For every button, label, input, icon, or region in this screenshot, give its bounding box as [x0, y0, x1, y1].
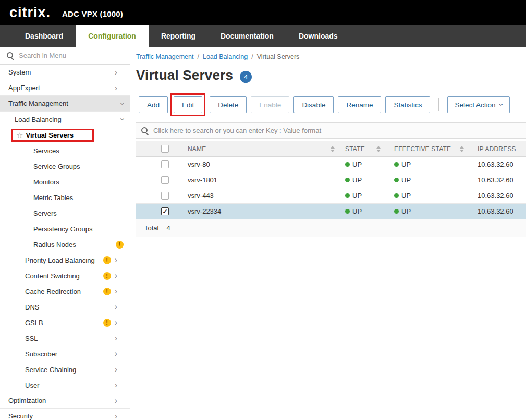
star-icon: ☆: [16, 131, 23, 139]
sidebar-item-service-groups[interactable]: Service Groups: [0, 158, 130, 174]
warning-icon: !: [116, 241, 124, 249]
table-row[interactable]: vsrv-443UPUP10.63.32.60: [136, 188, 526, 204]
chevron-right-icon: ›: [115, 412, 124, 420]
sidebar-item-label: Priority Load Balancing: [25, 256, 95, 264]
sort-icon: [460, 146, 464, 152]
select-action-dropdown[interactable]: Select Action›: [447, 96, 510, 113]
column-header-state[interactable]: STATE: [342, 141, 388, 157]
tab-reporting[interactable]: Reporting: [149, 25, 208, 47]
toolbar: AddEditDeleteEnableDisableRenameStatisti…: [136, 93, 526, 116]
item-inner: Optimization: [8, 397, 46, 404]
app-root: citrix. ADC VPX (1000) DashboardConfigur…: [0, 0, 526, 420]
chevron-right-icon: ›: [115, 287, 124, 295]
edit-button[interactable]: Edit: [174, 96, 202, 113]
item-indicators: ›: [115, 381, 130, 389]
sidebar-item-cache-redirection[interactable]: Cache Redirection!›: [0, 283, 130, 299]
item-inner: Services: [33, 147, 59, 155]
breadcrumb-traffic-management[interactable]: Traffic Management: [136, 53, 193, 60]
tab-configuration[interactable]: Configuration: [76, 25, 149, 47]
delete-button[interactable]: Delete: [210, 96, 247, 113]
row-checkbox[interactable]: [161, 192, 169, 200]
sidebar-item-gslb[interactable]: GSLB!›: [0, 315, 130, 330]
sidebar-item-monitors[interactable]: Monitors: [0, 174, 130, 190]
sidebar-item-services[interactable]: Services: [0, 143, 130, 158]
sidebar-item-subscriber[interactable]: Subscriber›: [0, 346, 130, 362]
row-checkbox[interactable]: [161, 207, 169, 215]
item-indicators: !›: [103, 271, 130, 280]
chevron-right-icon: ›: [115, 84, 124, 92]
sidebar-item-label: Virtual Servers: [26, 131, 74, 139]
chevron-right-icon: ›: [115, 334, 124, 342]
item-inner: Security: [8, 412, 33, 420]
sidebar-item-dns[interactable]: DNS›: [0, 299, 130, 315]
row-checkbox[interactable]: [161, 160, 169, 168]
column-header-name[interactable]: NAME: [186, 141, 342, 157]
layout: Search in Menu System›AppExpert›Traffic …: [0, 47, 526, 420]
sidebar-item-label: Servers: [33, 209, 57, 217]
breadcrumb-separator: /: [251, 53, 253, 60]
rename-button[interactable]: Rename: [338, 96, 381, 113]
status-up-dot: [394, 193, 399, 198]
sidebar-item-security[interactable]: Security›: [0, 409, 130, 420]
item-inner: Cache Redirection: [25, 288, 81, 295]
sidebar-item-content-switching[interactable]: Content Switching!›: [0, 268, 130, 283]
sidebar-item-optimization[interactable]: Optimization›: [0, 393, 130, 409]
sidebar-item-label: Monitors: [33, 178, 59, 186]
tab-downloads[interactable]: Downloads: [286, 25, 350, 47]
table-row[interactable]: vsrv-80UPUP10.63.32.60: [136, 157, 526, 172]
row-checkbox-cell: [136, 204, 186, 219]
disable-button[interactable]: Disable: [293, 96, 334, 113]
sidebar-item-radius-nodes[interactable]: Radius Nodes!: [0, 237, 130, 252]
status-up-dot: [345, 209, 350, 214]
effective-state-text: UP: [401, 160, 411, 168]
statistics-button[interactable]: Statistics: [385, 96, 430, 113]
total-label: Total: [144, 224, 158, 232]
total-value: 4: [166, 224, 170, 232]
sidebar-item-priority-load-balancing[interactable]: Priority Load Balancing!›: [0, 252, 130, 268]
table-search-input[interactable]: Click here to search or you can enter Ke…: [136, 122, 526, 139]
red-annotation-box: ☆Virtual Servers: [11, 129, 94, 142]
column-header-effective-state[interactable]: EFFECTIVE STATE: [388, 141, 471, 157]
column-header-ip-address[interactable]: IP ADDRESS: [471, 141, 526, 157]
sidebar-item-appexpert[interactable]: AppExpert›: [0, 80, 130, 96]
sidebar-item-metric-tables[interactable]: Metric Tables: [0, 190, 130, 205]
sidebar-item-service-chaining[interactable]: Service Chaining›: [0, 362, 130, 377]
item-inner: Load Balancing: [15, 116, 62, 123]
status-up-dot: [394, 162, 399, 167]
sidebar-item-ssl[interactable]: SSL›: [0, 330, 130, 346]
chevron-down-icon: ›: [118, 102, 126, 105]
effective-state-cell: UP: [388, 188, 471, 204]
tab-dashboard[interactable]: Dashboard: [13, 25, 76, 47]
row-checkbox-cell: [136, 172, 186, 188]
sidebar-item-virtual-servers[interactable]: ☆Virtual Servers: [0, 127, 130, 143]
item-indicators: !: [116, 241, 130, 249]
row-checkbox[interactable]: [161, 176, 169, 184]
sidebar-item-label: Load Balancing: [15, 116, 62, 123]
chevron-right-icon: ›: [115, 350, 124, 358]
state-cell: UP: [342, 204, 388, 219]
sidebar-item-load-balancing[interactable]: Load Balancing›: [0, 112, 130, 127]
sidebar-item-servers[interactable]: Servers: [0, 205, 130, 221]
row-name: vsrv-22334: [188, 207, 221, 215]
sidebar-item-system[interactable]: System›: [0, 65, 130, 80]
warning-icon: !: [103, 319, 111, 327]
sidebar: Search in Menu System›AppExpert›Traffic …: [0, 47, 130, 420]
app-title: ADC VPX (1000): [62, 9, 123, 18]
sidebar-item-user[interactable]: User›: [0, 377, 130, 393]
add-button[interactable]: Add: [139, 96, 168, 113]
page-title: Virtual Servers: [136, 67, 233, 83]
state-cell: UP: [342, 172, 388, 188]
count-badge: 4: [240, 71, 252, 83]
select-action-label: Select Action: [455, 101, 495, 109]
enable-button[interactable]: Enable: [251, 96, 289, 113]
table-row[interactable]: vsrv-22334UPUP10.63.32.60: [136, 204, 526, 219]
sidebar-item-traffic-management[interactable]: Traffic Management›: [0, 96, 130, 112]
table-row[interactable]: vsrv-1801UPUP10.63.32.60: [136, 172, 526, 188]
select-all-checkbox[interactable]: [161, 145, 169, 153]
tab-documentation[interactable]: Documentation: [208, 25, 286, 47]
item-indicators: ›: [115, 350, 130, 358]
sidebar-item-persistency-groups[interactable]: Persistency Groups: [0, 221, 130, 237]
item-indicators: !›: [103, 287, 130, 295]
breadcrumb-load-balancing[interactable]: Load Balancing: [203, 53, 248, 60]
sidebar-search-input[interactable]: Search in Menu: [0, 47, 130, 65]
